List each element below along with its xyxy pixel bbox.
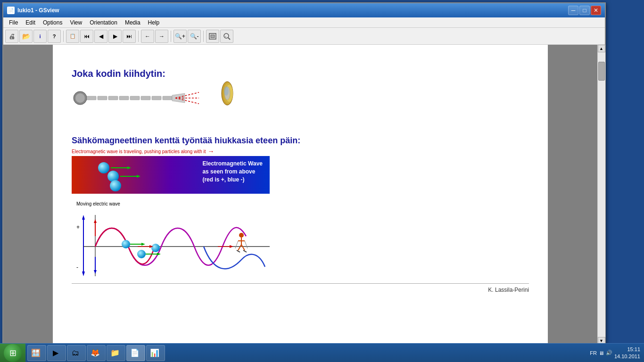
taskbar-item-4[interactable]: 📁 <box>107 345 125 361</box>
menu-options[interactable]: Options <box>39 18 66 27</box>
svg-point-54 <box>239 233 244 238</box>
accelerator-content: Joka kodin kiihdytin: <box>72 59 529 112</box>
taskbar-items: 🪟 ▶ 🗂 🦊 📁 📄 📊 <box>25 345 586 361</box>
minimize-button[interactable]: ─ <box>568 6 578 15</box>
svg-marker-43 <box>141 243 145 246</box>
help-button[interactable]: ? <box>48 30 61 43</box>
svg-point-26 <box>110 180 121 191</box>
network-icon: 🖥 <box>599 350 604 356</box>
forward-button[interactable]: → <box>155 30 168 43</box>
accelerator-diagram <box>72 84 529 112</box>
spacer-1 <box>72 122 529 136</box>
em-particles-svg <box>75 158 170 191</box>
open-button[interactable]: 📂 <box>19 30 33 43</box>
menu-edit[interactable]: Edit <box>22 18 39 27</box>
svg-rect-14 <box>163 96 172 100</box>
last-page-button[interactable]: ⏭ <box>123 30 136 43</box>
main-canvas[interactable]: Joka kodin kiihdytin: <box>3 45 597 345</box>
clock-time: 15:11 <box>614 346 640 353</box>
svg-line-3 <box>228 38 230 40</box>
copy-button[interactable]: 📋 <box>66 30 79 43</box>
prev-page-button[interactable]: ◀ <box>94 30 107 43</box>
zoom-fit-button[interactable]: + <box>220 30 233 43</box>
svg-rect-13 <box>152 96 161 100</box>
taskbar-item-3[interactable]: 🦊 <box>87 345 106 361</box>
first-page-button[interactable]: ⏮ <box>80 30 93 43</box>
svg-point-25 <box>107 171 119 182</box>
em-section-title: Sähkömagneettinen kenttä työntää hiukkas… <box>72 136 529 146</box>
svg-text:-: - <box>76 264 78 271</box>
scroll-track[interactable] <box>598 52 605 337</box>
svg-marker-36 <box>82 272 85 276</box>
svg-point-39 <box>122 240 130 248</box>
zoom-out-button[interactable]: 🔍- <box>188 30 201 43</box>
title-bar: 📄 lukio1 - GSview ─ □ ✕ <box>3 3 605 17</box>
taskbar-icon-4: 📁 <box>110 348 120 358</box>
footer: K. Lassila-Perini <box>72 283 529 293</box>
taskbar-item-0[interactable]: 🪟 <box>27 345 46 361</box>
svg-marker-30 <box>137 175 140 178</box>
print-button[interactable]: 🖨 <box>5 30 18 43</box>
maximize-button[interactable]: □ <box>579 6 590 15</box>
svg-line-61 <box>237 250 240 252</box>
svg-marker-49 <box>230 245 233 248</box>
em-wave-section: Sähkömagneettinen kenttä työntää hiukkas… <box>72 136 529 279</box>
menu-orientation[interactable]: Orientation <box>86 18 121 27</box>
clock: 15:11 14.10.2011 <box>614 346 640 360</box>
svg-rect-9 <box>108 96 118 100</box>
main-window: 📄 lukio1 - GSview ─ □ ✕ File Edit Option… <box>2 2 606 356</box>
menu-help[interactable]: Help <box>144 18 164 27</box>
start-orb-icon: ⊞ <box>4 344 22 362</box>
svg-line-60 <box>245 241 248 248</box>
scroll-thumb[interactable] <box>598 62 605 81</box>
taskbar-icon-6: 📊 <box>149 348 160 358</box>
next-page-button[interactable]: ▶ <box>108 30 122 43</box>
close-button[interactable]: ✕ <box>591 6 601 15</box>
toolbar: 🖨 📂 i ? 📋 ⏮ ◀ ▶ ⏭ ← → 🔍+ 🔍- + <box>3 28 605 45</box>
language-indicator: FR <box>590 350 597 356</box>
taskbar-item-5[interactable]: 📄 <box>126 345 145 361</box>
taskbar-icon-2: 🗂 <box>70 348 81 358</box>
svg-rect-1 <box>211 35 215 38</box>
accelerator-section: Joka kodin kiihdytin: <box>72 59 529 112</box>
svg-marker-53 <box>94 270 97 274</box>
zoom-in-button[interactable]: 🔍+ <box>173 30 187 43</box>
back-button[interactable]: ← <box>141 30 154 43</box>
svg-rect-8 <box>98 96 107 100</box>
target-dish-svg <box>208 74 246 112</box>
taskbar-item-1[interactable]: ▶ <box>47 345 66 361</box>
svg-point-23 <box>224 86 229 96</box>
wave-diagram: Moving electric wave + - <box>72 194 270 279</box>
svg-text:Moving electric wave: Moving electric wave <box>76 201 120 206</box>
page-view: Joka kodin kiihdytin: <box>53 45 548 345</box>
scrollbar-vertical: ▲ ▼ <box>597 45 605 345</box>
svg-line-59 <box>235 241 238 248</box>
svg-rect-12 <box>141 96 150 100</box>
taskbar-item-2[interactable]: 🗂 <box>67 345 86 361</box>
fit-page-button[interactable] <box>206 30 219 43</box>
taskbar-item-6[interactable]: 📊 <box>146 345 165 361</box>
author: K. Lassila-Perini <box>488 287 529 293</box>
menu-view[interactable]: View <box>66 18 86 27</box>
svg-line-58 <box>241 245 245 250</box>
svg-rect-10 <box>119 96 129 100</box>
svg-rect-11 <box>130 96 140 100</box>
start-button[interactable]: ⊞ <box>0 344 25 362</box>
svg-point-41 <box>151 244 160 252</box>
menu-file[interactable]: File <box>5 18 22 27</box>
em-arrow-row: Electromagnetic wave is traveling, pushi… <box>72 148 529 155</box>
scroll-up-button[interactable]: ▲ <box>598 45 605 52</box>
menu-media[interactable]: Media <box>121 18 144 27</box>
em-box-label: Electromagnetic Wave as seen from above … <box>202 160 263 183</box>
taskbar-right: FR 🖥 🔊 15:11 14.10.2011 <box>586 346 644 360</box>
info-button[interactable]: i <box>33 30 47 43</box>
svg-point-24 <box>98 162 109 173</box>
toolbar-separator-3 <box>171 31 171 42</box>
menu-bar: File Edit Options View Orientation Media… <box>3 17 605 28</box>
window-controls: ─ □ ✕ <box>568 6 601 15</box>
wave-svg: Moving electric wave + - <box>72 194 274 279</box>
taskbar-icon-5: 📄 <box>130 348 140 358</box>
svg-text:+: + <box>225 35 227 38</box>
svg-text:+: + <box>76 224 80 230</box>
em-subtitle-text: Electromagnetic wave is traveling, pushi… <box>72 149 206 154</box>
